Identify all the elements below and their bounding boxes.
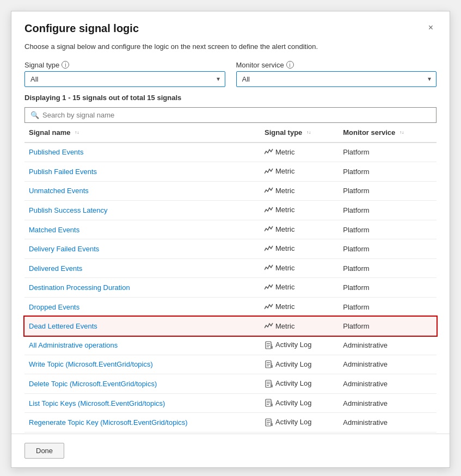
search-wrapper: 🔍 — [24, 107, 437, 123]
signal-name-link[interactable]: Publish Success Latency — [29, 206, 108, 214]
signal-type-cell: Activity Log — [260, 374, 339, 394]
signal-name-link[interactable]: All Administrative operations — [29, 341, 118, 349]
col-monitor-service: Monitor service ↑↓ — [339, 123, 437, 143]
svg-rect-19 — [267, 401, 270, 401]
monitor-service-sort-icon[interactable]: ↑↓ — [399, 131, 404, 135]
signal-name-link[interactable]: Published Events — [29, 148, 83, 156]
monitor-service-info-icon[interactable]: i — [286, 61, 294, 69]
table-row[interactable]: Delivery Failed Events MetricPlatform — [24, 239, 437, 259]
table-row[interactable]: Write Topic (Microsoft.EventGrid/topics)… — [24, 355, 437, 374]
svg-rect-15 — [267, 385, 269, 386]
col-signal-name: Signal name ↑↓ — [24, 123, 260, 143]
table-row[interactable]: Delivered Events MetricPlatform — [24, 258, 437, 278]
signal-type-text: Metric — [275, 264, 294, 272]
filters-row: Signal type i All Metric Activity Log ▾ … — [24, 61, 437, 87]
configure-signal-dialog: Configure signal logic × Choose a signal… — [11, 11, 450, 468]
signal-type-text: Activity Log — [275, 360, 311, 368]
signal-name-link[interactable]: Write Topic (Microsoft.EventGrid/topics) — [29, 360, 153, 368]
signal-type-cell: Metric — [260, 201, 339, 220]
metric-icon — [265, 168, 273, 176]
dialog-subtitle: Choose a signal below and configure the … — [24, 41, 437, 52]
activity-log-icon — [265, 399, 273, 407]
svg-rect-13 — [267, 382, 270, 382]
signal-name-cell: Publish Failed Events — [24, 162, 260, 182]
signal-type-info-icon[interactable]: i — [62, 61, 69, 69]
signal-name-link[interactable]: Publish Failed Events — [29, 168, 97, 176]
monitor-service-cell: Platform — [339, 201, 437, 220]
monitor-service-cell: Platform — [339, 258, 437, 278]
metric-icon — [265, 283, 273, 292]
signal-name-sort-icon[interactable]: ↑↓ — [75, 131, 79, 135]
close-button[interactable]: × — [425, 22, 437, 33]
activity-log-icon — [265, 341, 273, 350]
signal-type-text: Activity Log — [275, 341, 311, 349]
activity-log-icon — [265, 380, 273, 388]
svg-rect-28 — [271, 423, 273, 426]
signal-name-link[interactable]: Delivered Events — [29, 264, 82, 273]
svg-rect-4 — [271, 346, 273, 349]
monitor-service-cell: Platform — [339, 298, 437, 317]
table-row[interactable]: Matched Events MetricPlatform — [24, 220, 437, 239]
signal-name-cell: Dropped Events — [24, 298, 260, 317]
signal-name-cell: Published Events — [24, 143, 260, 162]
table-row[interactable]: Destination Processing Duration MetricPl… — [24, 278, 437, 298]
signal-type-text: Metric — [275, 225, 294, 233]
table-row[interactable]: Publish Success Latency MetricPlatform — [24, 201, 437, 220]
displaying-count: Displaying 1 - 15 signals out of total 1… — [11, 94, 450, 102]
table-row[interactable]: Delete Topic (Microsoft.EventGrid/topics… — [24, 374, 437, 394]
dialog-title: Configure signal logic — [24, 22, 139, 35]
metric-icon — [265, 264, 273, 273]
monitor-service-cell: Administrative — [339, 374, 437, 394]
signal-type-cell: Metric — [260, 258, 339, 278]
signal-name-link[interactable]: List Topic Keys (Microsoft.EventGrid/top… — [29, 399, 165, 407]
table-row[interactable]: All Administrative operations Activity L… — [24, 336, 437, 355]
monitor-service-cell: Platform — [339, 278, 437, 298]
signal-type-text: Metric — [275, 187, 294, 195]
svg-rect-16 — [271, 385, 273, 387]
svg-rect-3 — [267, 347, 269, 347]
table-row[interactable]: Dropped Events MetricPlatform — [24, 298, 437, 317]
signal-type-cell: Metric — [260, 143, 339, 162]
signal-name-cell: Publish Success Latency — [24, 201, 260, 220]
signal-type-cell: Metric — [260, 278, 339, 298]
svg-rect-26 — [267, 422, 270, 423]
monitor-service-select[interactable]: All Platform Administrative — [236, 71, 437, 87]
signal-type-text: Activity Log — [275, 379, 311, 387]
table-row[interactable]: Publish Failed Events MetricPlatform — [24, 162, 437, 182]
signal-name-link[interactable]: Dropped Events — [29, 303, 79, 311]
table-row[interactable]: Published Events MetricPlatform — [24, 143, 437, 162]
signal-name-link[interactable]: Delete Topic (Microsoft.EventGrid/topics… — [29, 380, 157, 388]
signal-name-cell: Destination Processing Duration — [24, 278, 260, 298]
monitor-service-cell: Administrative — [339, 336, 437, 355]
search-input[interactable] — [42, 111, 431, 119]
svg-rect-9 — [267, 366, 269, 366]
signal-type-sort-icon[interactable]: ↑↓ — [306, 131, 311, 135]
signal-type-cell: Metric — [260, 181, 339, 201]
svg-rect-2 — [267, 345, 270, 345]
signal-type-cell: Metric — [260, 239, 339, 259]
table-row[interactable]: Regenerate Topic Key (Microsoft.EventGri… — [24, 413, 437, 432]
signal-name-link[interactable]: Destination Processing Duration — [29, 283, 130, 292]
signal-name-link[interactable]: Regenerate Topic Key (Microsoft.EventGri… — [29, 418, 188, 426]
signal-name-link[interactable]: Dead Lettered Events — [29, 322, 97, 330]
signal-type-cell: Activity Log — [260, 336, 339, 355]
signal-name-link[interactable]: Delivery Failed Events — [29, 245, 99, 253]
svg-rect-10 — [271, 365, 273, 368]
signal-name-cell: Dead Lettered Events — [24, 317, 260, 336]
table-row[interactable]: Dead Lettered Events MetricPlatform — [24, 317, 437, 336]
monitor-service-cell: Administrative — [339, 393, 437, 413]
done-button[interactable]: Done — [24, 443, 64, 459]
signal-type-select[interactable]: All Metric Activity Log — [24, 71, 225, 87]
signal-type-text: Metric — [275, 244, 294, 252]
signal-name-link[interactable]: Unmatched Events — [29, 187, 89, 195]
signal-type-label: Signal type i — [24, 61, 225, 69]
signal-type-text: Metric — [275, 167, 294, 175]
signal-type-text: Activity Log — [275, 399, 311, 407]
signal-name-link[interactable]: Matched Events — [29, 226, 79, 234]
table-row[interactable]: List Topic Keys (Microsoft.EventGrid/top… — [24, 393, 437, 413]
table-row[interactable]: Unmatched Events MetricPlatform — [24, 181, 437, 201]
monitor-service-cell: Administrative — [339, 355, 437, 374]
metric-icon — [265, 148, 273, 157]
metric-icon — [265, 322, 273, 331]
signals-table: Signal name ↑↓ Signal type ↑↓ Monitor se… — [24, 123, 437, 432]
